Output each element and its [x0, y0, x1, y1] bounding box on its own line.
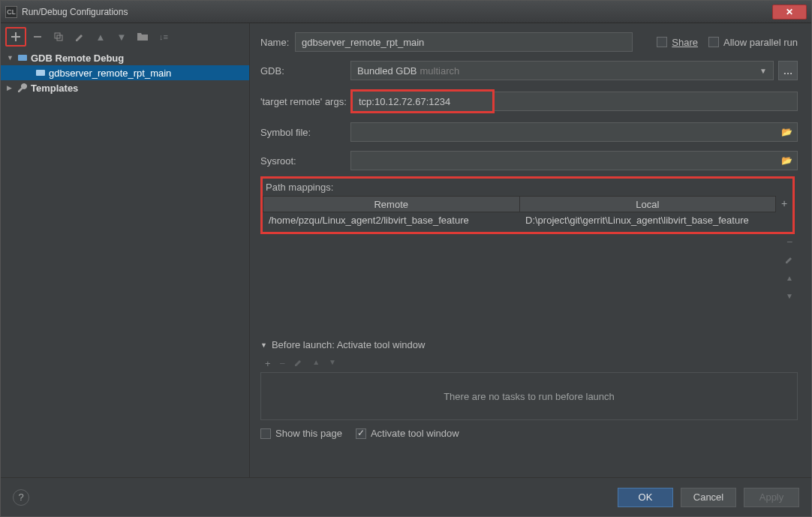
sidebar-toolbar: ▲ ▼ ↓≡: [1, 23, 249, 50]
svg-rect-3: [18, 55, 27, 61]
checkbox-icon: [356, 428, 366, 439]
edit-mapping-button[interactable]: [783, 254, 795, 266]
activate-tool-window-checkbox[interactable]: Activate tool window: [356, 428, 459, 439]
collapse-icon[interactable]: ▼: [7, 54, 14, 62]
mappings-side-toolbar-extra: − ▲ ▼: [781, 234, 798, 302]
sysroot-row: Sysroot:: [260, 151, 798, 170]
before-launch-list[interactable]: There are no tasks to run before launch: [260, 372, 798, 420]
tree-group-label: Templates: [31, 83, 78, 94]
chevron-down-icon: ▼: [260, 341, 267, 349]
tree-group-label: GDB Remote Debug: [31, 53, 124, 64]
add-config-button[interactable]: [9, 30, 23, 44]
show-this-page-checkbox[interactable]: Show this page: [260, 428, 342, 439]
move-up-button[interactable]: ▲: [783, 272, 795, 284]
expand-icon[interactable]: ▶: [7, 84, 14, 92]
target-remote-input[interactable]: [492, 92, 798, 111]
tree-group-gdb-remote[interactable]: ▼ GDB Remote Debug: [1, 50, 249, 65]
gdb-icon: [35, 68, 46, 78]
before-launch-checks: Show this page Activate tool window: [260, 428, 798, 439]
symbol-file-row: Symbol file:: [260, 122, 798, 142]
chevron-down-icon: ▼: [759, 67, 767, 75]
configurations-sidebar: ▲ ▼ ↓≡ ▼ GDB Remote Debug: [1, 23, 250, 477]
folder-icon[interactable]: [136, 30, 149, 44]
add-mapping-button[interactable]: +: [778, 197, 790, 209]
cell-remote: /home/pzqu/Linux_agent2/libvirt_base_fea…: [263, 212, 519, 229]
gdb-browse-button[interactable]: …: [778, 61, 798, 80]
app-icon: CL: [5, 6, 17, 18]
parallel-checkbox[interactable]: Allow parallel run: [708, 37, 798, 48]
run-debug-config-window: CL Run/Debug Configurations ✕: [0, 0, 812, 517]
empty-tasks-label: There are no tasks to run before launch: [444, 391, 615, 402]
share-checkbox[interactable]: Share: [657, 37, 698, 48]
checkbox-icon: [708, 37, 719, 47]
symbol-file-input[interactable]: [350, 122, 798, 142]
tree-item-gdbserver[interactable]: gdbserver_remote_rpt_main: [1, 65, 249, 80]
target-remote-row: 'target remote' args: tcp:10.12.72.67:12…: [260, 89, 798, 113]
move-down-icon[interactable]: ▼: [115, 30, 128, 44]
gdb-dropdown[interactable]: Bundled GDB multiarch ▼: [350, 61, 774, 80]
name-row: Name: gdbserver_remote_rpt_main Share Al…: [260, 32, 798, 52]
target-remote-label: 'target remote' args:: [260, 96, 350, 107]
path-mappings-panel: Remote Local /home/pzqu/Linux_agent2/lib…: [263, 196, 792, 229]
config-tree[interactable]: ▼ GDB Remote Debug gdbserver_remote_rpt_…: [1, 50, 249, 477]
svg-rect-0: [34, 36, 41, 38]
apply-button[interactable]: Apply: [744, 488, 799, 507]
mappings-side-toolbar: +: [776, 196, 792, 229]
remove-task-button[interactable]: −: [280, 358, 286, 369]
sort-icon[interactable]: ↓≡: [157, 30, 170, 44]
help-button[interactable]: ?: [13, 489, 29, 506]
target-highlight: tcp:10.12.72.67:1234: [350, 89, 495, 113]
edit-task-button[interactable]: [294, 358, 303, 369]
before-launch-header[interactable]: ▼ Before launch: Activate tool window: [260, 339, 798, 350]
activate-tool-window-label: Activate tool window: [371, 428, 459, 439]
dialog-body: ▲ ▼ ↓≡ ▼ GDB Remote Debug: [1, 23, 811, 477]
move-down-button[interactable]: ▼: [783, 290, 795, 302]
titlebar[interactable]: CL Run/Debug Configurations ✕: [1, 1, 811, 23]
before-launch-toolbar: + − ▲ ▼: [260, 355, 798, 372]
path-mappings-highlight: Path mappings: Remote Local /home/pzqu/L…: [260, 176, 795, 234]
top-right-options: Share Allow parallel run: [657, 37, 798, 48]
down-task-button[interactable]: ▼: [329, 358, 336, 369]
target-remote-value: tcp:10.12.72.67:1234: [359, 96, 450, 107]
checkbox-icon: [657, 37, 667, 47]
show-this-page-label: Show this page: [275, 428, 342, 439]
col-local: Local: [520, 197, 776, 212]
checkbox-icon: [260, 428, 271, 439]
remove-mapping-button[interactable]: −: [783, 236, 795, 248]
sysroot-input[interactable]: [350, 151, 798, 170]
cancel-button[interactable]: Cancel: [681, 488, 736, 507]
sysroot-label: Sysroot:: [260, 155, 350, 167]
close-icon[interactable]: ✕: [772, 5, 807, 20]
parallel-label: Allow parallel run: [723, 37, 798, 48]
cell-local: D:\project\git\gerrit\Linux_agent\libvir…: [519, 212, 776, 229]
name-input[interactable]: gdbserver_remote_rpt_main: [295, 32, 633, 52]
gdb-label: GDB:: [260, 65, 350, 77]
share-label: Share: [672, 37, 698, 48]
tree-item-label: gdbserver_remote_rpt_main: [49, 68, 171, 79]
path-mappings-label: Path mappings:: [263, 182, 792, 193]
table-header: Remote Local: [263, 196, 776, 212]
up-task-button[interactable]: ▲: [312, 358, 320, 369]
move-up-icon[interactable]: ▲: [94, 30, 107, 44]
name-label: Name:: [260, 37, 295, 48]
gdb-icon: [17, 53, 28, 63]
copy-config-button[interactable]: [52, 30, 65, 44]
add-config-highlight: [5, 27, 26, 47]
wrench-icon: [17, 83, 28, 93]
col-remote: Remote: [263, 197, 520, 212]
before-launch-section: ▼ Before launch: Activate tool window + …: [260, 339, 798, 439]
path-mappings-table[interactable]: Remote Local /home/pzqu/Linux_agent2/lib…: [263, 196, 776, 229]
tree-group-templates[interactable]: ▶ Templates: [1, 80, 249, 95]
before-launch-title: Before launch: Activate tool window: [272, 339, 426, 350]
gdb-row: GDB: Bundled GDB multiarch ▼ …: [260, 61, 798, 80]
add-task-button[interactable]: +: [265, 358, 271, 369]
footer-buttons: OK Cancel Apply: [618, 488, 799, 507]
remove-config-button[interactable]: [31, 30, 44, 44]
ok-button[interactable]: OK: [618, 488, 673, 507]
window-title: Run/Debug Configurations: [22, 7, 772, 17]
edit-defaults-button[interactable]: [73, 30, 86, 44]
svg-rect-4: [36, 70, 45, 76]
config-form: Name: gdbserver_remote_rpt_main Share Al…: [250, 23, 811, 477]
dialog-footer: ? OK Cancel Apply: [1, 477, 811, 516]
table-row[interactable]: /home/pzqu/Linux_agent2/libvirt_base_fea…: [263, 212, 776, 229]
